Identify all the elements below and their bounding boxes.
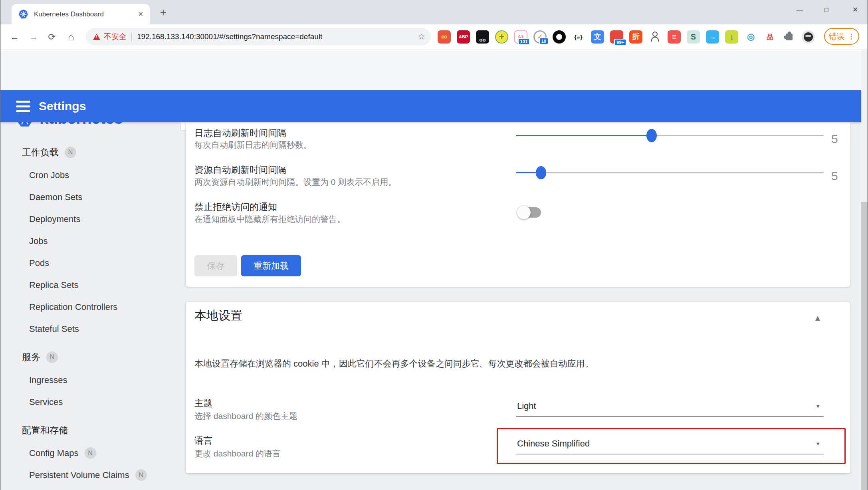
cat-extension-icon[interactable]: ω101: [514, 30, 527, 44]
sidebar-item-stateful-sets[interactable]: Stateful Sets: [0, 318, 184, 340]
resource-refresh-value: 5: [831, 169, 847, 183]
sidebar-label: 服务: [22, 351, 40, 363]
home-button[interactable]: ⌂: [64, 30, 78, 44]
adblock-plus-extension-icon[interactable]: ABP: [457, 30, 470, 44]
chrome-error-menu-button[interactable]: 错误 ⋮: [824, 28, 859, 45]
slider-thumb[interactable]: [536, 166, 546, 179]
address-bar[interactable]: 不安全 192.168.133.140:30001/#/settings?nam…: [86, 28, 431, 46]
ring-extension-icon[interactable]: [553, 30, 566, 44]
web-extension-icon[interactable]: ◎: [744, 30, 757, 44]
resource-refresh-slider[interactable]: [516, 166, 824, 180]
bookmark-star-icon[interactable]: ☆: [418, 32, 425, 42]
sidebar-nav: 工作负载NCron JobsDaemon SetsDeploymentsJobs…: [0, 122, 184, 490]
sidebar-item-config-maps[interactable]: Config MapsN: [0, 442, 184, 464]
theme-select-value: Light: [517, 401, 536, 411]
s-extension-icon[interactable]: S: [687, 30, 700, 44]
forward-button[interactable]: →: [26, 30, 41, 44]
sidebar-label: Jobs: [29, 236, 48, 246]
sidebar-label: Replica Sets: [29, 280, 79, 290]
sidebar-item-jobs[interactable]: Jobs: [0, 230, 184, 252]
window-left-edge: [0, 0, 1, 490]
page-title: Settings: [39, 90, 86, 122]
sidebar-label: Services: [29, 397, 63, 407]
theme-title: 主题: [194, 397, 212, 409]
person-extension-icon[interactable]: [648, 30, 662, 44]
tab-title: Kubernetes Dashboard: [34, 10, 138, 18]
cat-extension-icon-badge: 101: [518, 38, 530, 45]
safety-extension-icon[interactable]: +: [495, 30, 508, 44]
tab-close-icon[interactable]: ✕: [138, 10, 143, 18]
braces-extension-icon[interactable]: {≡}: [572, 30, 585, 44]
translate-extension-icon[interactable]: 文: [591, 30, 604, 44]
sidebar-label: 工作负载: [22, 146, 59, 159]
sidebar-item-replication-controllers[interactable]: Replication Controllers: [0, 296, 184, 318]
log-refresh-value: 5: [831, 132, 847, 146]
disable-notifications-toggle[interactable]: [517, 205, 543, 220]
clock-extension-icon[interactable]: ✓10: [533, 30, 547, 44]
notes-extension-icon[interactable]: ≡: [668, 30, 681, 44]
theme-desc: 选择 dashboard 的颜色主题: [194, 411, 297, 422]
annotation-highlight-box: [497, 428, 846, 464]
sidebar-label: Pods: [29, 258, 49, 268]
panda-extension-icon[interactable]: oo: [476, 30, 489, 44]
language-title: 语言: [194, 434, 212, 447]
chevron-down-icon: ▼: [815, 403, 820, 409]
sidebar-label: Replication Controllers: [29, 302, 117, 312]
zhe-extension-icon[interactable]: 折: [629, 30, 642, 44]
new-tab-button[interactable]: +: [156, 5, 171, 20]
reload-button[interactable]: 重新加载: [241, 255, 301, 276]
not-secure-warning-icon[interactable]: [93, 34, 100, 40]
hamburger-menu-icon[interactable]: [16, 101, 30, 112]
red-badge-extension-icon-badge: 99+: [614, 39, 626, 46]
puzzle-extension-icon[interactable]: [783, 30, 796, 44]
sidebar-label: Daemon Sets: [29, 192, 82, 202]
extensions-row: ∞ABPoo+ω101✓10{≡}文99+折≡S→↓◎品: [438, 28, 815, 45]
local-settings-title: 本地设置: [194, 307, 242, 324]
window-maximize-button[interactable]: □: [818, 3, 835, 17]
toggle-knob[interactable]: [517, 206, 531, 219]
ninja-extension-icon[interactable]: [802, 30, 815, 44]
sidebar-item-cron-jobs[interactable]: Cron Jobs: [0, 164, 184, 186]
download-extension-icon[interactable]: ↓: [725, 30, 738, 44]
tab-strip: Kubernetes Dashboard ✕ + — □ ✕: [0, 0, 868, 24]
sidebar-label: Persistent Volume Claims: [29, 470, 129, 480]
sidebar-label: Deployments: [29, 214, 80, 224]
browser-tab[interactable]: Kubernetes Dashboard ✕: [12, 4, 150, 24]
back-button[interactable]: ←: [7, 30, 22, 44]
new-badge: N: [65, 147, 76, 158]
refresh-button[interactable]: ⟳: [45, 30, 59, 44]
sitemap-extension-icon[interactable]: 品: [763, 30, 777, 44]
sidebar-item-daemon-sets[interactable]: Daemon Sets: [0, 186, 184, 208]
share-extension-icon[interactable]: →: [706, 30, 719, 44]
sidebar-item-persistent-volume-claims[interactable]: Persistent Volume ClaimsN: [0, 464, 184, 486]
log-refresh-title: 日志自动刷新时间间隔: [194, 127, 286, 139]
theme-select[interactable]: Light ▼: [516, 398, 824, 417]
disable-notifications-desc: 在通知面板中隐藏所有拒绝访问的警告。: [194, 214, 345, 225]
collapse-arrow-icon[interactable]: ▲: [814, 313, 822, 323]
kubernetes-favicon-icon: [18, 9, 28, 19]
sidebar-item-replica-sets[interactable]: Replica Sets: [0, 274, 184, 296]
settings-app-bar: [0, 90, 861, 122]
dashboard-header: kubernetes default ▼ 搜索 +: [0, 49, 861, 90]
window-close-button[interactable]: ✕: [846, 3, 864, 17]
sidebar-label: Config Maps: [29, 448, 79, 458]
save-button[interactable]: 保存: [194, 255, 237, 276]
red-badge-extension-icon[interactable]: 99+: [610, 30, 623, 44]
sidebar-label: Ingresses: [29, 375, 67, 385]
window-minimize-button[interactable]: —: [791, 3, 809, 17]
new-badge: N: [46, 351, 58, 363]
browser-toolbar: ← → ⟳ ⌂ 不安全 192.168.133.140:30001/#/sett…: [0, 24, 868, 49]
sidebar-label: Stateful Sets: [29, 324, 79, 334]
not-secure-label: 不安全: [104, 32, 127, 42]
new-badge: N: [85, 447, 96, 459]
language-desc: 更改 dashboard 的语言: [194, 448, 281, 459]
sidebar-item-pods[interactable]: Pods: [0, 252, 184, 274]
log-refresh-slider[interactable]: [516, 129, 824, 143]
sidebar-item-deployments[interactable]: Deployments: [0, 208, 184, 230]
url-text[interactable]: 192.168.133.140:30001/#/settings?namespa…: [137, 32, 418, 41]
slider-thumb[interactable]: [646, 129, 657, 142]
sidebar-item-services[interactable]: Services: [0, 391, 184, 413]
sidebar-item-ingresses[interactable]: Ingresses: [0, 369, 184, 391]
infinity-extension-icon[interactable]: ∞: [438, 30, 451, 44]
sidebar-label: 配置和存储: [22, 424, 68, 436]
